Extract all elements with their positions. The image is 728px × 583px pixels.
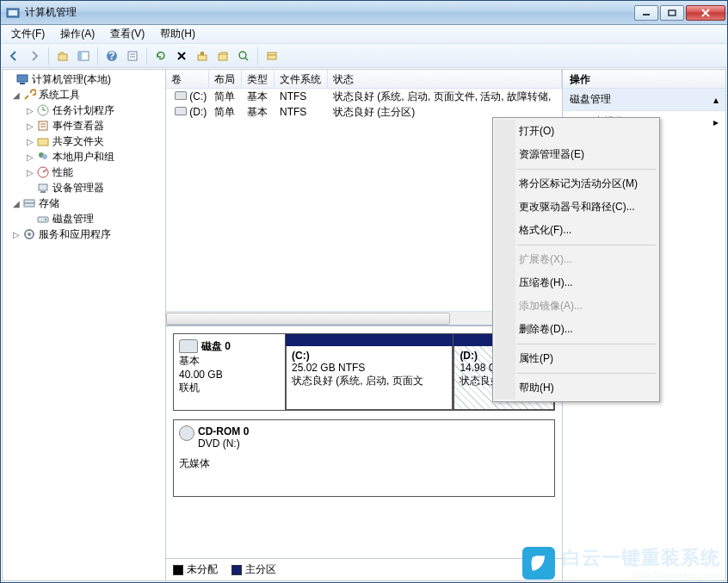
- actions-header: 操作: [563, 70, 725, 89]
- tree-pane[interactable]: 计算机管理(本地) ◢系统工具 ▷任务计划程序 ▷事件查看器 ▷共享文件夹 ▷本…: [2, 69, 165, 581]
- disk-icon: [36, 212, 50, 226]
- tree-eventviewer[interactable]: ▷事件查看器: [3, 118, 165, 133]
- svg-rect-40: [38, 217, 48, 222]
- context-menu: 打开(O) 资源管理器(E) 将分区标记为活动分区(M) 更改驱动器号和路径(C…: [492, 117, 660, 402]
- services-icon: [22, 227, 36, 241]
- up-button[interactable]: [53, 47, 72, 65]
- close-button[interactable]: [686, 5, 725, 21]
- tree-devmgr[interactable]: 设备管理器: [3, 180, 165, 195]
- cdrom-header[interactable]: CD-ROM 0 DVD (N:) 无媒体: [174, 420, 286, 496]
- ctx-change-letter[interactable]: 更改驱动器号和路径(C)...: [495, 195, 657, 219]
- ctx-explorer[interactable]: 资源管理器(E): [495, 143, 657, 166]
- expand-icon[interactable]: ▷: [25, 137, 35, 146]
- tools-icon: [22, 88, 36, 102]
- ctx-delete-volume[interactable]: 删除卷(D)...: [495, 318, 657, 341]
- menu-help[interactable]: 帮助(H): [153, 25, 202, 43]
- menu-view[interactable]: 查看(V): [103, 25, 151, 43]
- svg-rect-38: [24, 200, 34, 203]
- tree-storage[interactable]: ◢存储: [3, 195, 165, 211]
- cdrom-row[interactable]: CD-ROM 0 DVD (N:) 无媒体: [173, 419, 555, 497]
- expand-icon[interactable]: ▷: [25, 106, 35, 115]
- delete-icon[interactable]: [172, 47, 191, 65]
- disk-header[interactable]: 磁盘 0 基本 40.00 GB 联机: [174, 334, 286, 410]
- menubar: 文件(F) 操作(A) 查看(V) 帮助(H): [1, 25, 727, 44]
- chevron-up-icon[interactable]: ▴: [713, 94, 719, 106]
- ctx-shrink[interactable]: 压缩卷(H)...: [495, 271, 657, 295]
- tree-root-label: 计算机管理(本地): [32, 72, 111, 87]
- users-icon: [36, 150, 50, 164]
- svg-rect-3: [669, 10, 676, 16]
- legend: 未分配 主分区: [166, 558, 562, 580]
- col-type[interactable]: 类型: [242, 70, 275, 88]
- minimize-button[interactable]: [634, 5, 658, 21]
- collapse-icon[interactable]: ◢: [11, 199, 22, 208]
- expand-icon[interactable]: ▷: [25, 168, 35, 177]
- properties-button[interactable]: [123, 47, 142, 65]
- svg-rect-18: [219, 54, 227, 60]
- col-fs[interactable]: 文件系统: [275, 70, 328, 88]
- legend-unallocated-swatch: [173, 565, 183, 575]
- ctx-properties[interactable]: 属性(P): [495, 347, 657, 370]
- window-title: 计算机管理: [25, 5, 632, 20]
- svg-rect-23: [17, 75, 28, 82]
- svg-rect-6: [59, 54, 67, 60]
- ctx-help[interactable]: 帮助(H): [495, 376, 657, 400]
- ctx-add-mirror: 添加镜像(A)...: [495, 295, 657, 318]
- tree-services[interactable]: ▷服务和应用程序: [3, 226, 165, 242]
- svg-rect-28: [39, 121, 47, 130]
- list-item[interactable]: (C:) 简单 基本 NTFS 状态良好 (系统, 启动, 页面文件, 活动, …: [166, 89, 562, 104]
- find-icon[interactable]: [234, 47, 253, 65]
- partition-header: [286, 334, 453, 346]
- maximize-button[interactable]: [660, 5, 684, 21]
- back-button[interactable]: [4, 47, 23, 65]
- expand-icon[interactable]: ▷: [25, 121, 35, 131]
- forward-button[interactable]: [25, 47, 44, 65]
- col-status[interactable]: 状态: [328, 70, 562, 88]
- svg-point-33: [42, 154, 47, 159]
- computer-icon: [15, 72, 29, 86]
- volume-list-header: 卷 布局 类型 文件系统 状态: [166, 70, 562, 89]
- chevron-right-icon: ▸: [713, 116, 719, 128]
- actions-section[interactable]: 磁盘管理 ▴: [563, 89, 725, 111]
- show-hide-tree-button[interactable]: [74, 47, 93, 65]
- tree-localusers[interactable]: ▷本地用户和组: [3, 149, 165, 164]
- svg-rect-24: [20, 83, 25, 84]
- menu-action[interactable]: 操作(A): [53, 25, 102, 43]
- ctx-extend: 扩展卷(X)...: [495, 248, 657, 271]
- tree-sharedfolders[interactable]: ▷共享文件夹: [3, 133, 165, 149]
- legend-primary-swatch: [231, 565, 242, 575]
- partition-c[interactable]: (C:) 25.02 GB NTFS 状态良好 (系统, 启动, 页面文: [286, 334, 453, 410]
- settings-icon[interactable]: [193, 47, 212, 65]
- clock-icon: [36, 103, 50, 117]
- list-view-icon[interactable]: [262, 47, 281, 65]
- svg-point-43: [28, 233, 31, 236]
- help-button[interactable]: ?: [102, 47, 121, 65]
- ctx-mark-active[interactable]: 将分区标记为活动分区(M): [495, 172, 657, 195]
- titlebar[interactable]: 计算机管理: [1, 1, 727, 25]
- col-volume[interactable]: 卷: [166, 70, 209, 88]
- col-layout[interactable]: 布局: [209, 70, 242, 88]
- tree-diskmgmt[interactable]: 磁盘管理: [3, 211, 165, 226]
- performance-icon: [36, 165, 50, 179]
- tree-root[interactable]: 计算机管理(本地): [3, 71, 165, 87]
- scrollbar-thumb[interactable]: [166, 313, 450, 325]
- svg-rect-37: [40, 191, 46, 193]
- menu-file[interactable]: 文件(F): [4, 25, 52, 43]
- expand-icon[interactable]: ▷: [25, 152, 35, 162]
- device-icon: [36, 181, 50, 195]
- tree-performance[interactable]: ▷性能: [3, 164, 165, 180]
- open-icon[interactable]: [213, 47, 232, 65]
- expand-icon[interactable]: ▷: [11, 230, 22, 239]
- drive-icon: [175, 107, 187, 115]
- ctx-open[interactable]: 打开(O): [495, 120, 657, 143]
- svg-rect-16: [198, 55, 207, 60]
- svg-rect-11: [128, 52, 137, 60]
- collapse-icon[interactable]: ◢: [11, 90, 22, 100]
- tree-systools[interactable]: ◢系统工具: [3, 87, 165, 102]
- svg-rect-1: [9, 10, 17, 16]
- tree-taskscheduler[interactable]: ▷任务计划程序: [3, 102, 165, 118]
- refresh-button[interactable]: [151, 47, 170, 65]
- drive-icon: [175, 91, 187, 100]
- ctx-format[interactable]: 格式化(F)...: [495, 219, 657, 242]
- svg-rect-21: [268, 53, 276, 59]
